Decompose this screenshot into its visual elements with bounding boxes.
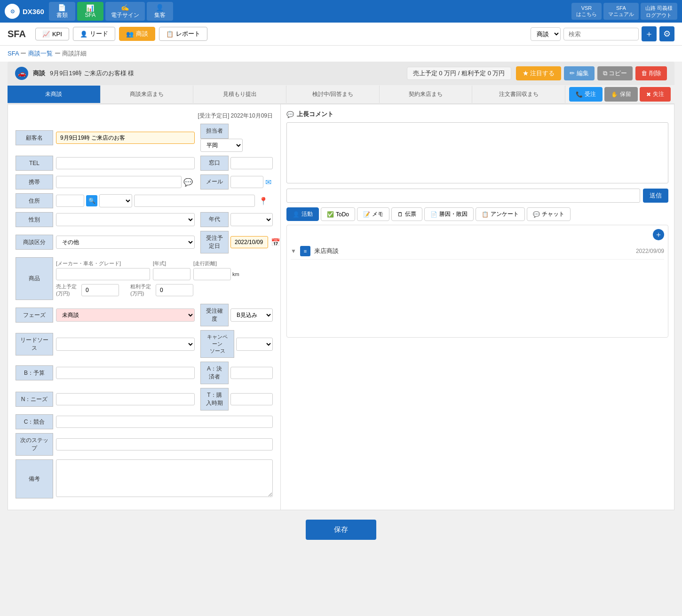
lead-button[interactable]: 👤 リード <box>73 27 115 41</box>
tab-slip[interactable]: 🗒 伝票 <box>391 207 422 221</box>
settings-button[interactable]: ⚙ <box>659 26 674 41</box>
budget-input[interactable] <box>56 367 195 379</box>
breadcrumb-separator1: ー <box>20 50 28 57</box>
address-detail-input[interactable] <box>134 195 255 207</box>
stage-契約来店まち[interactable]: 契約来店まち <box>380 86 473 103</box>
certainty-select[interactable]: B見込み <box>230 308 273 322</box>
send-button[interactable]: 送信 <box>643 189 668 203</box>
gender-select[interactable]: 男性 女性 <box>56 213 195 226</box>
tel-label: TEL <box>16 156 53 171</box>
gender-label: 性別 <box>16 212 53 227</box>
email-input[interactable] <box>230 176 263 188</box>
search-category-select[interactable]: 商談 <box>531 27 561 41</box>
tab-activity[interactable]: 👤 活動 <box>286 207 319 221</box>
kpi-button[interactable]: 📈 KPI <box>35 28 69 40</box>
send-input[interactable] <box>286 189 640 203</box>
phase-select[interactable]: 未商談 <box>56 308 195 322</box>
delete-button[interactable]: 🗑 削除 <box>635 66 667 80</box>
upper-comment-title: 💬 上長コメント <box>286 110 668 118</box>
email-icon[interactable]: ✉ <box>263 178 273 187</box>
memo-tab-label: メモ <box>372 210 383 218</box>
notes-textarea[interactable] <box>56 459 273 497</box>
add-activity-button[interactable]: ＋ <box>653 229 664 240</box>
comment-icon: 💬 <box>286 111 294 118</box>
save-button[interactable]: 保存 <box>306 520 376 540</box>
hold-button[interactable]: ✋ 保留 <box>604 87 638 102</box>
chat-icon[interactable]: 💬 <box>182 178 195 187</box>
age-select[interactable] <box>230 213 273 226</box>
timing-input[interactable] <box>230 393 273 405</box>
search-input[interactable] <box>563 28 639 40</box>
lose-button[interactable]: ✖ 失注 <box>640 87 671 102</box>
accept-button[interactable]: 📞 受注 <box>569 87 603 102</box>
next-step-input[interactable] <box>56 438 273 450</box>
chevron-icon[interactable]: ▼ <box>291 248 296 254</box>
deal-icon: 🚗 <box>15 67 28 80</box>
tel-input[interactable] <box>56 157 195 169</box>
campaign-select[interactable] <box>236 338 273 351</box>
calendar-icon[interactable]: 📅 <box>269 238 282 247</box>
report-button[interactable]: 📋 レポート <box>159 27 207 41</box>
add-button[interactable]: ＋ <box>642 26 657 41</box>
top-nav-items: 📄 書類 📊 SFA ✍ 電子サイン 👤 集客 <box>49 2 173 21</box>
stage-商談来店まち[interactable]: 商談来店まち <box>101 86 194 103</box>
profit-input[interactable] <box>156 284 193 296</box>
product-row2: 売上予定(万円) 粗利予定(万円) <box>56 283 270 297</box>
needs-input[interactable] <box>56 393 195 405</box>
assigned-select[interactable]: 平岡 <box>200 139 243 152</box>
lead-source-field <box>53 338 198 351</box>
product-label: 商品 <box>16 257 53 300</box>
tab-survey[interactable]: 📋 アンケート <box>476 207 525 221</box>
tab-win-lose[interactable]: 📄 勝因・敗因 <box>424 207 474 221</box>
nav-item-attract[interactable]: 👤 集客 <box>147 2 173 21</box>
sales-input[interactable] <box>81 284 119 296</box>
stage-未商談[interactable]: 未商談 <box>8 86 101 103</box>
nav-item-esign[interactable]: ✍ 電子サイン <box>105 2 145 21</box>
copy-button[interactable]: ⧉ コピー <box>597 66 633 80</box>
address-prefecture-select[interactable] <box>99 194 132 207</box>
mobile-input[interactable] <box>56 176 182 188</box>
deal-button[interactable]: 👥 商談 <box>119 27 155 41</box>
sfa-manual-button[interactable]: SFAマニュアル <box>603 3 639 20</box>
order-date-input[interactable] <box>230 236 268 248</box>
competition-input[interactable] <box>56 416 273 428</box>
tab-todo[interactable]: ✅ ToDo <box>321 207 355 221</box>
tab-chat[interactable]: 💬 チャット <box>527 207 571 221</box>
mileage-input[interactable] <box>193 268 231 280</box>
watch-button[interactable]: ★ 注目する <box>516 66 562 80</box>
nav-item-sfa-label: SFA <box>85 12 96 18</box>
budget-decision-row: B：予算 A：決済者 <box>16 362 273 384</box>
address-zip-input[interactable] <box>56 195 84 207</box>
tab-memo[interactable]: 📝 メモ <box>357 207 389 221</box>
deal-sales-summary: 売上予定 0 万円 / 粗利予定 0 万円 <box>407 67 511 80</box>
accept-icon: 📞 <box>576 91 583 98</box>
deal-icon: 👥 <box>126 31 134 38</box>
deal-customer-name: 9月9日19時 ご来店のお客様 様 <box>50 69 134 78</box>
vsr-button[interactable]: VSRはこちら <box>571 3 602 20</box>
esign-icon: ✍ <box>121 4 129 11</box>
breadcrumb-list[interactable]: 商談一覧 <box>28 50 53 57</box>
logout-button[interactable]: 山路 司義様ログアウト <box>641 3 677 20</box>
edit-button[interactable]: ✏ 編集 <box>564 66 595 80</box>
deal-header: 🚗 商談 9月9日19時 ご来店のお客様 様 売上予定 0 万円 / 粗利予定 … <box>8 62 674 85</box>
profit-group: 粗利予定(万円) <box>130 283 193 297</box>
address-pin-icon[interactable]: 📍 <box>257 197 270 205</box>
stage-検討中[interactable]: 検討中/回答まち <box>286 86 380 103</box>
lead-source-select[interactable] <box>56 338 195 351</box>
nav-item-sfa[interactable]: 📊 SFA <box>77 2 103 21</box>
product-fields: [メーカー・車名・グレード] [年式] [走行距離] km <box>53 257 273 300</box>
decision-input[interactable] <box>230 367 273 379</box>
nav-item-documents[interactable]: 📄 書類 <box>49 2 75 21</box>
maker-input[interactable] <box>56 268 150 280</box>
address-label: 住所 <box>16 193 53 208</box>
year-input[interactable] <box>153 268 190 280</box>
breadcrumb-sfa[interactable]: SFA <box>8 50 19 57</box>
logo-text: DX360 <box>23 8 44 16</box>
address-search-button[interactable]: 🔍 <box>86 195 97 206</box>
customer-name-input[interactable] <box>56 132 195 144</box>
deal-type-select[interactable]: その他 <box>56 236 195 249</box>
window-input[interactable] <box>230 157 273 169</box>
comment-textarea[interactable] <box>286 122 668 183</box>
stage-注文書回収まち[interactable]: 注文書回収まち <box>472 86 565 103</box>
stage-見積もり提出[interactable]: 見積もり提出 <box>193 86 286 103</box>
